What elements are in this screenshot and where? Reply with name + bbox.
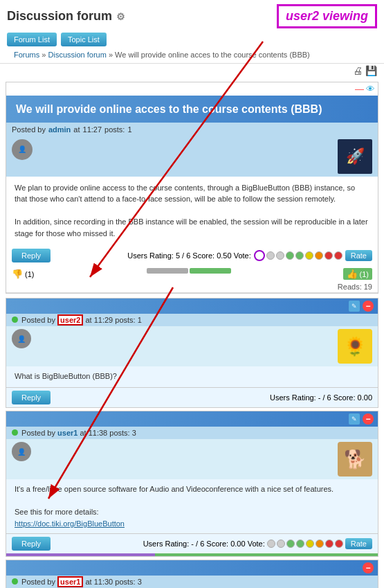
reply2-progress bbox=[6, 553, 378, 556]
gear-icon[interactable]: ⚙ bbox=[116, 11, 125, 22]
dot-6[interactable] bbox=[305, 251, 313, 260]
dot-7[interactable] bbox=[315, 251, 323, 260]
r2-dot-2[interactable] bbox=[277, 540, 285, 548]
posts-label: posts: bbox=[104, 125, 125, 134]
r2-dot-1[interactable] bbox=[267, 540, 275, 548]
breadcrumb-forums[interactable]: Forums bbox=[14, 51, 39, 59]
reply3-author[interactable]: user1 bbox=[57, 576, 83, 587]
reads-bar: Reads: 19 bbox=[6, 281, 378, 293]
reply-post-1: ✎ − Posted by user2 at 11:29 posts: 1 👤 … bbox=[6, 298, 378, 408]
forum-title: Discussion forum ⚙ bbox=[7, 9, 125, 24]
dot-5[interactable] bbox=[295, 251, 304, 260]
forum-list-button[interactable]: Forum List bbox=[7, 33, 57, 46]
reply-post-2: ✎ − Posted by user1 at 11:38 posts: 3 👤 … bbox=[6, 411, 378, 557]
reply1-reply-button[interactable]: Reply bbox=[12, 391, 51, 404]
r2-dot-7[interactable] bbox=[325, 540, 333, 548]
reply2-author[interactable]: user1 bbox=[57, 429, 77, 437]
reply2-avatar: 👤 bbox=[12, 442, 31, 461]
reply2-footer: Reply Users Rating: - / 6 Score: 0.00 Vo… bbox=[6, 533, 378, 553]
post-time-label: at bbox=[73, 125, 80, 134]
reply1-image: 🌻 bbox=[338, 329, 372, 364]
reply1-footer: Reply Users Rating: - / 6 Score: 0.00 bbox=[6, 387, 378, 407]
dot-4[interactable] bbox=[286, 251, 294, 260]
main-post-avatar-area: 👤 🚀 bbox=[6, 136, 378, 177]
reply2-time-label: at bbox=[80, 429, 88, 437]
main-post-body: We plan to provide online access to the … bbox=[6, 177, 378, 245]
main-post-rate-button[interactable]: Rate bbox=[345, 250, 372, 261]
reply2-reply-button[interactable]: Reply bbox=[12, 537, 51, 551]
progress-bars bbox=[147, 268, 231, 280]
reads-text: Reads: 19 bbox=[338, 283, 372, 291]
dot-8[interactable] bbox=[324, 251, 333, 260]
dot-3[interactable] bbox=[276, 251, 284, 260]
main-post-body-para2: In addition, since recording in the BBB … bbox=[15, 216, 369, 239]
header: Discussion forum ⚙ user2 viewing Forum L… bbox=[0, 0, 384, 64]
main-post-author[interactable]: admin bbox=[48, 125, 71, 134]
breadcrumb-discussion[interactable]: Discussion forum bbox=[48, 51, 107, 59]
r2-dot-3[interactable] bbox=[286, 540, 295, 548]
reply1-author[interactable]: user2 bbox=[57, 314, 83, 326]
reply1-rating: Users Rating: - / 6 Score: 0.00 bbox=[270, 393, 372, 402]
reply1-avatar-row: 👤 🌻 bbox=[6, 326, 378, 366]
user-viewing-badge: user2 viewing bbox=[277, 4, 377, 28]
reply1-remove-icon[interactable]: − bbox=[363, 301, 374, 312]
reply3-header: − bbox=[6, 560, 378, 576]
reply3-posts: 3 bbox=[138, 578, 142, 586]
main-post-title: We will provide online acces to the cour… bbox=[16, 103, 368, 117]
reply3-time: 11:30 bbox=[94, 578, 113, 586]
online-dot-3 bbox=[12, 578, 18, 585]
reply1-body: What is BigBlueButton (BBB)? bbox=[6, 366, 378, 387]
thumb-up-icon[interactable]: 👍 bbox=[347, 269, 358, 279]
online-dot-1 bbox=[12, 317, 18, 323]
dot-2[interactable] bbox=[266, 251, 275, 260]
reply1-avatar: 👤 bbox=[12, 329, 31, 348]
eye-icon[interactable]: 👁 bbox=[366, 84, 375, 94]
online-dot-2 bbox=[12, 429, 18, 436]
r2-dot-5[interactable] bbox=[306, 540, 314, 548]
thumbs-row: 👎 (1) 👍 (1) bbox=[6, 267, 378, 281]
thumb-down-area: 👎 (1) bbox=[12, 268, 34, 280]
rating-dots bbox=[254, 250, 342, 261]
reply2-remove-icon[interactable]: − bbox=[363, 413, 374, 425]
breadcrumb-current: We will provide online acces to the cour… bbox=[115, 51, 310, 59]
reply1-posts-label: posts: bbox=[115, 316, 137, 324]
reply1-meta: Posted by user2 at 11:29 posts: 1 bbox=[6, 314, 378, 326]
reply2-rating: Users Rating: - / 6 Score: 0.00 Vote: Ra… bbox=[143, 538, 372, 549]
reply2-rate-button[interactable]: Rate bbox=[345, 538, 372, 549]
reply3-posts-label: posts: bbox=[115, 578, 137, 586]
reply2-time: 11:38 bbox=[89, 429, 108, 437]
topic-list-button[interactable]: Topic List bbox=[61, 33, 107, 46]
reply-post-3: − Posted by user1 at 11:30 posts: 3 👤 🐕 … bbox=[6, 560, 378, 588]
print-icon[interactable]: 🖨 bbox=[353, 65, 363, 76]
progress-green bbox=[190, 268, 231, 274]
reply2-link[interactable]: https://doc.tiki.org/BigBlueButton bbox=[15, 519, 125, 528]
reply2-rating-dots bbox=[267, 540, 343, 548]
thumb-down-count: (1) bbox=[25, 270, 34, 278]
reply1-edit-icon[interactable]: ✎ bbox=[349, 301, 360, 312]
collapse-icon[interactable]: — bbox=[355, 84, 364, 94]
reply1-header: ✎ − bbox=[6, 299, 378, 314]
r2-dot-6[interactable] bbox=[316, 540, 324, 548]
rating-section: Users Rating: 5 / 6 Score: 0.50 Vote: Ra… bbox=[127, 250, 372, 261]
reply2-posts-label: posts: bbox=[109, 429, 131, 437]
save-icon[interactable]: 💾 bbox=[365, 65, 377, 76]
reply2-meta-left: Posted by user1 at 11:38 posts: 3 bbox=[12, 429, 136, 437]
main-post-header: We will provide online acces to the cour… bbox=[6, 96, 378, 123]
main-post-reply-row: Reply Users Rating: 5 / 6 Score: 0.50 Vo… bbox=[6, 244, 378, 267]
reply1-rating-text: Users Rating: - / 6 Score: 0.00 bbox=[270, 393, 372, 402]
reply2-header: ✎ − bbox=[6, 411, 378, 427]
page-wrapper: Discussion forum ⚙ user2 viewing Forum L… bbox=[0, 0, 384, 588]
r2-dot-4[interactable] bbox=[296, 540, 304, 548]
posted-by-label: Posted by bbox=[12, 125, 46, 134]
reply2-meta: Posted by user1 at 11:38 posts: 3 bbox=[6, 427, 378, 439]
reply2-edit-icon[interactable]: ✎ bbox=[349, 413, 360, 425]
reply2-body: It's a free/libre open source software f… bbox=[6, 479, 378, 533]
main-post-meta: Posted by admin at 11:27 posts: 1 bbox=[6, 123, 378, 136]
thumb-down-icon[interactable]: 👎 bbox=[12, 269, 23, 279]
r2-dot-8[interactable] bbox=[335, 540, 343, 548]
thumb-up-count: (1) bbox=[360, 270, 369, 278]
dot-1[interactable] bbox=[254, 250, 265, 261]
reply3-remove-icon[interactable]: − bbox=[363, 562, 374, 573]
main-post-reply-button[interactable]: Reply bbox=[12, 249, 51, 262]
dot-9[interactable] bbox=[334, 251, 342, 260]
